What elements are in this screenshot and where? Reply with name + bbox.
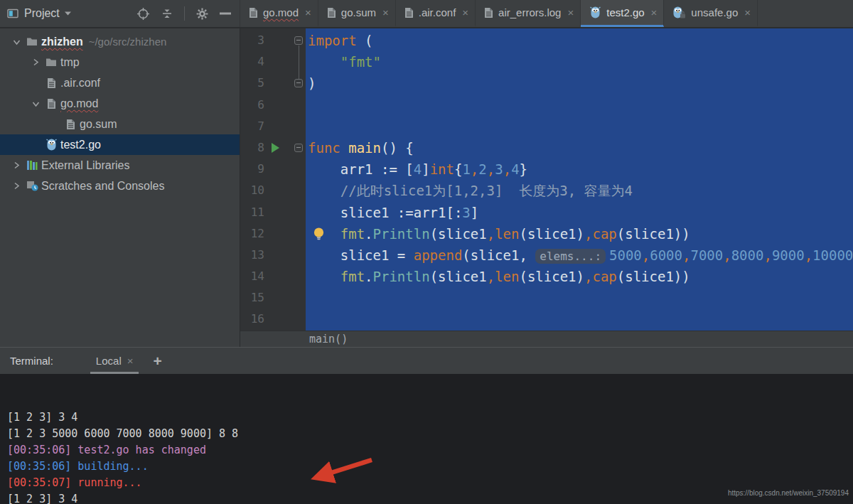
- fold-marker-icon[interactable]: [294, 36, 303, 45]
- code-area[interactable]: import ( "fmt")func main() { arr1 := [4]…: [306, 28, 853, 331]
- tree-item-test2-go[interactable]: test2.go: [0, 134, 240, 155]
- chevron-right-icon[interactable]: [28, 58, 43, 66]
- code-token: ]: [422, 161, 429, 177]
- project-tree-panel: zhizhen~/go/src/zhizhentmp.air.confgo.mo…: [0, 28, 240, 347]
- code-token: 9000: [772, 247, 805, 263]
- tab-.air.conf[interactable]: .air.conf×: [396, 0, 476, 27]
- tree-item-tmp[interactable]: tmp: [0, 52, 240, 73]
- intention-bulb-icon[interactable]: [313, 227, 325, 243]
- breadcrumb[interactable]: main(): [240, 331, 853, 347]
- fold-marker-icon[interactable]: [294, 79, 303, 87]
- code-token: 3: [462, 205, 470, 220]
- code-token: func: [308, 140, 340, 156]
- tree-item-scratches-and-consoles[interactable]: Scratches and Consoles: [0, 176, 240, 196]
- gutter-line-number: 11: [240, 202, 306, 223]
- code-token: fmt: [340, 226, 365, 242]
- code-token: ,: [763, 247, 771, 263]
- chevron-down-icon[interactable]: [28, 100, 43, 107]
- close-tab-icon[interactable]: ×: [305, 6, 311, 18]
- tab-label: go.mod: [263, 6, 299, 18]
- code-line: fmt.Println(slice1,len(slice1),cap(slice…: [308, 223, 853, 245]
- close-tab-icon[interactable]: ×: [651, 6, 658, 18]
- scratches-icon: [24, 181, 40, 191]
- terminal-title: Terminal:: [10, 355, 53, 367]
- tab-go.sum[interactable]: go.sum×: [318, 0, 396, 27]
- code-line: import (: [308, 30, 853, 51]
- breadcrumb-item-main[interactable]: main(): [309, 333, 348, 345]
- tree-item-go-mod[interactable]: go.mod: [0, 93, 240, 114]
- close-tab-icon[interactable]: ×: [567, 6, 574, 18]
- tree-item-label: go.sum: [80, 118, 117, 131]
- tab-label: test2.go: [606, 6, 644, 18]
- chevron-down-icon[interactable]: [64, 11, 72, 16]
- code-token: main: [348, 140, 381, 156]
- project-panel-title[interactable]: Project: [24, 7, 60, 20]
- code-token: (slice1)): [617, 269, 690, 284]
- tab-test2.go[interactable]: test2.go×: [581, 0, 664, 27]
- tab-label: unsafe.go: [691, 6, 738, 18]
- code-token: }: [520, 161, 527, 177]
- fold-range-line: [299, 45, 299, 79]
- code-token: ): [308, 75, 316, 91]
- tree-item-zhizhen[interactable]: zhizhen~/go/src/zhizhen: [0, 31, 240, 52]
- code-token: cap: [592, 226, 616, 242]
- code-line: [308, 95, 853, 116]
- tree-item-label: test2.go: [60, 139, 101, 151]
- code-token: (slice1)): [617, 226, 690, 242]
- tree-item-external-libraries[interactable]: External Libraries: [0, 155, 240, 176]
- tab-go.mod[interactable]: go.mod×: [240, 0, 318, 27]
- code-token: //此时slice1为[1,2,3] 长度为3, 容量为4: [340, 183, 633, 198]
- terminal-line: [1 2 3] 3 4: [7, 491, 853, 504]
- terminal-line: [1 2 3] 3 4: [7, 409, 853, 426]
- close-tab-icon[interactable]: ×: [462, 6, 468, 18]
- code-line: ): [308, 73, 853, 94]
- terminal-tab-local[interactable]: Local ×: [87, 348, 142, 374]
- project-tool-window-icon[interactable]: [7, 8, 18, 19]
- code-token: cap: [592, 269, 616, 284]
- file-icon: [404, 7, 414, 18]
- collapse-all-icon[interactable]: [161, 7, 173, 20]
- chevron-right-icon[interactable]: [9, 161, 24, 169]
- top-bar: Project go.mod×go.sum×.air.co: [0, 0, 853, 28]
- file-icon: [249, 7, 258, 18]
- code-token: 7000: [690, 247, 723, 263]
- code-token: 8000: [731, 247, 764, 263]
- gutter-line-number: 7: [240, 116, 306, 137]
- close-icon[interactable]: ×: [127, 355, 134, 367]
- code-token: ,: [487, 269, 495, 284]
- code-token: .: [365, 226, 372, 242]
- tab-unsafe.go[interactable]: unsafe.go×: [664, 0, 758, 27]
- tree-item-go-sum[interactable]: go.sum: [0, 114, 240, 134]
- terminal-tab-label[interactable]: Local: [96, 355, 122, 367]
- settings-gear-icon[interactable]: [195, 7, 209, 21]
- folder-icon: [24, 37, 40, 46]
- chevron-right-icon[interactable]: [9, 182, 24, 190]
- code-token: "fmt": [308, 54, 381, 70]
- new-terminal-session-button[interactable]: +: [153, 353, 161, 370]
- terminal-line: [00:35:06] test2.go has changed: [7, 442, 853, 459]
- code-token: 10000: [812, 247, 853, 263]
- terminal-output[interactable]: [1 2 3] 3 4[1 2 3 5000 6000 7000 8000 90…: [0, 374, 853, 504]
- fold-marker-icon[interactable]: [294, 144, 303, 152]
- close-tab-icon[interactable]: ×: [382, 6, 389, 18]
- gutter-line-number: 9: [240, 159, 306, 180]
- locate-file-icon[interactable]: [136, 7, 150, 21]
- run-button-icon[interactable]: [272, 143, 279, 153]
- code-token: [308, 269, 340, 284]
- code-token: ,: [471, 161, 478, 177]
- code-token: {: [454, 161, 462, 177]
- code-token: ,: [805, 247, 812, 263]
- tree-item-label: Scratches and Consoles: [41, 180, 164, 193]
- tab-air_errors.log[interactable]: air_errors.log×: [476, 0, 581, 27]
- gutter-line-number: 6: [240, 95, 306, 116]
- code-line: func main() {: [308, 137, 853, 159]
- code-editor[interactable]: 345678910111213141516 import ( "fmt")fun…: [240, 28, 853, 331]
- chevron-down-icon[interactable]: [9, 38, 24, 45]
- close-tab-icon[interactable]: ×: [744, 6, 751, 18]
- hide-panel-icon[interactable]: [220, 11, 231, 16]
- code-token: ,: [723, 247, 731, 263]
- file-icon: [327, 7, 336, 18]
- tree-item--air-conf[interactable]: .air.conf: [0, 73, 240, 93]
- tree-item-path: ~/go/src/zhizhen: [89, 36, 167, 48]
- code-line: [308, 287, 853, 309]
